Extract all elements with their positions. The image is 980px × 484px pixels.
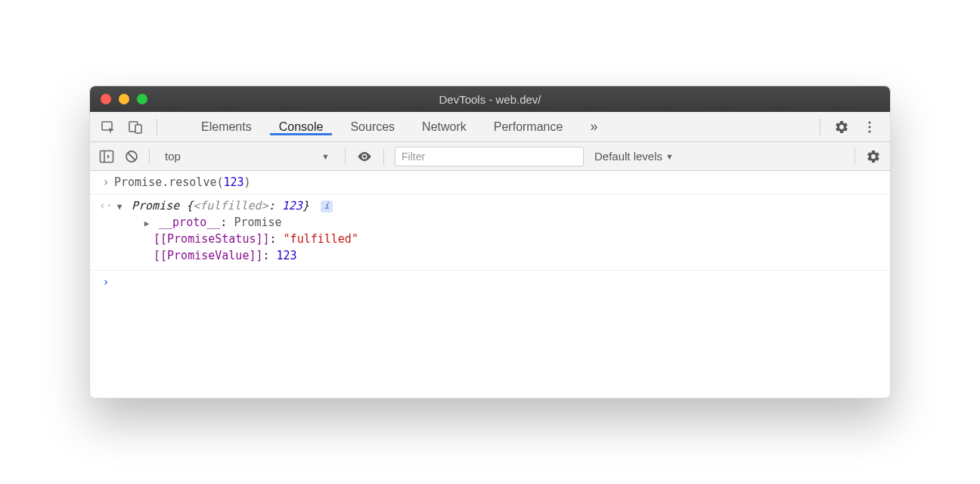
- more-tabs-button[interactable]: »: [576, 119, 611, 135]
- info-badge-icon[interactable]: i: [321, 200, 333, 213]
- devtools-window: DevTools - web.dev/: [89, 85, 891, 399]
- live-expression-icon[interactable]: [356, 150, 373, 163]
- svg-point-4: [868, 126, 870, 128]
- main-toolbar: Elements Console Sources Network Perform…: [90, 112, 890, 142]
- svg-point-8: [363, 155, 366, 158]
- input-caret-icon: ›: [98, 175, 114, 189]
- expand-triangle-right-icon[interactable]: ▶: [141, 219, 152, 228]
- promise-value: 123: [282, 199, 302, 213]
- tab-elements[interactable]: Elements: [188, 119, 265, 135]
- console-settings-gear-icon[interactable]: [866, 149, 881, 164]
- prompt-caret-icon: ›: [98, 275, 114, 289]
- console-input-empty[interactable]: [114, 275, 882, 289]
- svg-rect-2: [135, 125, 141, 133]
- property-key: __proto__: [159, 216, 220, 229]
- dropdown-triangle-icon: ▼: [321, 152, 330, 161]
- object-type: Promise: [132, 199, 179, 213]
- property-value: Promise: [234, 216, 281, 229]
- expand-triangle-down-icon[interactable]: ▼: [114, 202, 125, 212]
- tab-console[interactable]: Console: [265, 119, 337, 135]
- svg-rect-6: [101, 150, 113, 162]
- object-property-row: [[PromiseStatus]]: "fulfilled": [114, 232, 882, 246]
- tab-label: Elements: [201, 120, 252, 134]
- log-levels-selector[interactable]: Default levels ▼: [594, 150, 674, 163]
- settings-gear-icon[interactable]: [834, 119, 849, 135]
- svg-point-3: [868, 121, 870, 123]
- console-output: › Promise.resolve(123) ‹· ▼ Promise {<fu…: [90, 171, 890, 398]
- filter-placeholder: Filter: [402, 150, 425, 163]
- promise-state: <fulfilled>: [193, 199, 268, 213]
- tab-label: Network: [422, 120, 467, 134]
- console-sidebar-toggle-icon[interactable]: [99, 150, 114, 163]
- execution-context-label: top: [165, 150, 181, 163]
- window-titlebar: DevTools - web.dev/: [90, 86, 890, 112]
- svg-point-5: [868, 130, 870, 132]
- inspect-element-icon[interactable]: [101, 119, 116, 135]
- tab-label: Console: [279, 120, 324, 134]
- property-key: [[PromiseStatus]]: [154, 232, 270, 246]
- minimize-window-icon[interactable]: [119, 94, 129, 104]
- tab-network[interactable]: Network: [408, 119, 480, 135]
- kebab-menu-icon[interactable]: [863, 120, 876, 134]
- object-summary[interactable]: ▼ Promise {<fulfilled>: 123} i: [114, 199, 882, 213]
- tab-sources[interactable]: Sources: [336, 119, 408, 135]
- property-value: 123: [277, 249, 297, 262]
- property-key: [[PromiseValue]]: [154, 249, 263, 262]
- log-levels-label: Default levels: [594, 150, 662, 163]
- tab-label: Performance: [494, 120, 563, 134]
- filter-input[interactable]: Filter: [395, 147, 584, 166]
- device-toggle-icon[interactable]: [128, 119, 143, 135]
- property-value: "fulfilled": [284, 232, 358, 246]
- object-property-row[interactable]: ▶ __proto__: Promise: [114, 216, 882, 229]
- clear-console-icon[interactable]: [125, 150, 138, 163]
- object-property-row: [[PromiseValue]]: 123: [114, 249, 882, 262]
- console-subtoolbar: top ▼ Filter Default levels ▼: [90, 142, 890, 171]
- console-prompt-row[interactable]: ›: [90, 271, 890, 293]
- code-text: ): [244, 175, 251, 189]
- tab-performance[interactable]: Performance: [480, 119, 577, 135]
- traffic-lights: [90, 94, 147, 104]
- panel-tabs: Elements Console Sources Network Perform…: [188, 119, 611, 135]
- console-input-row[interactable]: › Promise.resolve(123): [90, 171, 890, 194]
- numeric-literal: 123: [224, 175, 244, 189]
- execution-context-selector[interactable]: top ▼: [160, 150, 334, 163]
- close-window-icon[interactable]: [101, 94, 111, 104]
- tab-label: Sources: [350, 120, 395, 134]
- console-result-row: ‹· ▼ Promise {<fulfilled>: 123} i ▶ __pr…: [90, 194, 890, 271]
- maximize-window-icon[interactable]: [137, 94, 147, 104]
- chevron-right-double-icon: »: [590, 119, 597, 135]
- return-caret-icon: ‹·: [98, 199, 114, 213]
- dropdown-triangle-icon: ▼: [665, 152, 674, 161]
- window-title: DevTools - web.dev/: [90, 93, 890, 106]
- console-input-text: Promise.resolve(123): [114, 175, 882, 189]
- code-text: Promise.resolve(: [114, 175, 224, 189]
